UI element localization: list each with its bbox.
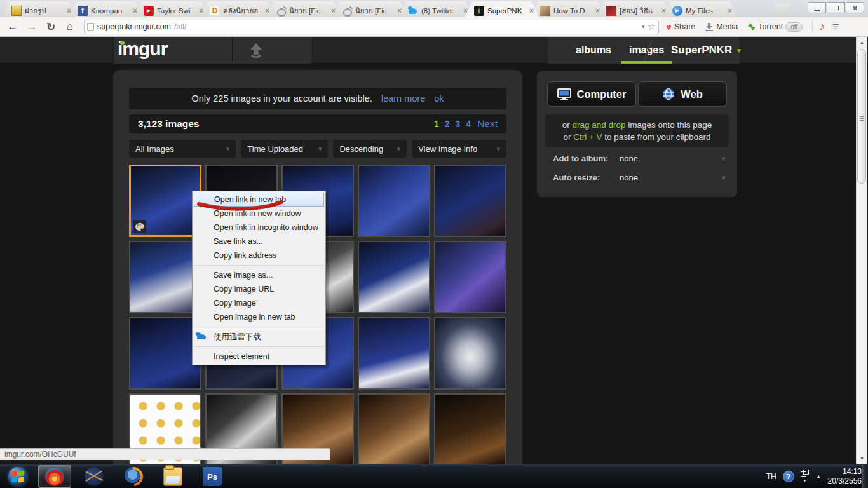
tab-close-icon[interactable]: × (726, 6, 733, 15)
browser-tab[interactable]: i SuperPNK × (465, 1, 539, 17)
tab-close-icon[interactable]: × (528, 6, 535, 15)
close-button[interactable]: × (846, 2, 864, 13)
next-page-link[interactable]: Next (477, 118, 498, 130)
image-thumbnail[interactable] (358, 393, 430, 464)
context-menu-item[interactable]: Open image in new tab (193, 310, 325, 324)
site-nav-item[interactable]: albums (576, 37, 611, 64)
tab-title: นิยาย [Fic (355, 5, 393, 17)
image-thumbnail[interactable] (358, 241, 430, 313)
context-menu-item[interactable]: Save image as... (193, 268, 325, 282)
context-menu-item[interactable]: Copy image URL (193, 282, 325, 296)
minimize-button[interactable] (808, 2, 826, 13)
chevron-down-icon[interactable]: ▾ (721, 173, 726, 182)
taskbar-app-button-start[interactable] (4, 465, 32, 488)
language-indicator[interactable]: TH (766, 472, 776, 481)
filter-dropdown[interactable]: Descending ▾ (333, 140, 407, 158)
upload-arrow-icon[interactable] (247, 42, 265, 58)
tab-favicon-icon (276, 6, 286, 16)
account-menu[interactable]: SuperPNKR ▾ (671, 37, 741, 64)
scroll-down-icon[interactable]: ▼ (857, 454, 867, 463)
image-thumbnail[interactable] (434, 241, 506, 313)
browser-tab[interactable]: ฝากรูป × (3, 1, 76, 17)
browser-tab[interactable]: ▶ Taylor Swi × (135, 1, 208, 17)
globe-icon (662, 88, 675, 100)
chevron-down-icon[interactable]: ▾ (721, 154, 726, 163)
filter-dropdown[interactable]: View Image Info ▾ (412, 140, 506, 158)
menu-item-icon (197, 222, 207, 233)
filter-dropdown[interactable]: All Images ▾ (129, 140, 236, 158)
show-desktop-button[interactable] (862, 464, 868, 488)
taskbar-app-button-network-globe[interactable] (78, 465, 111, 488)
context-menu-item[interactable]: Copy image (193, 296, 325, 310)
chrome-menu-icon[interactable]: ≡ (829, 20, 843, 34)
share-button[interactable]: ♥ Share (663, 22, 698, 32)
context-menu-item[interactable]: Open link in new tab (194, 193, 324, 207)
add-to-album-value[interactable]: none (620, 154, 638, 163)
address-bar[interactable]: superpnkr.imgur.com/all/ ▾ ☆ (84, 20, 659, 34)
torrent-button[interactable]: Torrent off (745, 22, 806, 32)
learn-more-link[interactable]: learn more (381, 93, 425, 104)
clock-date: 20/3/2556 (828, 477, 862, 486)
scroll-up-icon[interactable]: ▲ (857, 37, 867, 47)
scrollbar-thumb[interactable] (857, 49, 866, 184)
taskbar-app-button-firefox[interactable] (117, 465, 150, 488)
torrent-arrows-icon (748, 22, 756, 31)
reload-icon[interactable]: ↻ (43, 20, 58, 34)
context-menu-item[interactable]: Copy link address (193, 248, 325, 262)
upload-web-button[interactable]: Web (638, 81, 727, 107)
tray-app-icon[interactable]: ▼ (801, 471, 810, 482)
browser-tab[interactable]: How To D × (531, 1, 605, 17)
browser-tab[interactable]: นิยาย [Fic × (267, 1, 341, 17)
browser-tab[interactable]: D คลังนิยายอ × (201, 1, 275, 17)
filter-dropdown[interactable]: Time Uploaded ▾ (241, 140, 328, 158)
torrent-off-badge[interactable]: off (785, 22, 803, 32)
context-menu-items: Open link in new tab Open link in new wi… (193, 193, 325, 363)
context-menu-item[interactable]: Open link in new window (193, 207, 325, 220)
bookmark-star-icon[interactable]: ☆ (648, 21, 656, 32)
ok-link[interactable]: ok (434, 93, 444, 104)
menu-item-icon (197, 298, 207, 308)
imgur-logo[interactable]: imgur (118, 38, 167, 60)
browser-tab[interactable]: (8) Twitter × (399, 1, 473, 17)
new-tab-button[interactable] (771, 4, 790, 15)
help-tray-icon[interactable]: ? (783, 471, 794, 482)
media-button[interactable]: Media (702, 22, 741, 31)
page-scrollbar[interactable]: ▲ ▼ (856, 37, 867, 464)
upload-computer-button[interactable]: Computer (547, 81, 636, 107)
context-menu-item[interactable]: Open link in incognito window (193, 220, 325, 234)
image-thumbnail[interactable] (129, 241, 201, 313)
image-thumbnail[interactable] (434, 165, 506, 237)
page-number-link[interactable]: 2 (445, 119, 450, 129)
browser-tab[interactable]: นิยาย [Fic × (333, 1, 407, 17)
image-thumbnail[interactable] (358, 317, 430, 390)
image-thumbnail[interactable] (434, 317, 506, 390)
taskbar-app-button-explorer[interactable] (156, 465, 189, 488)
home-icon[interactable]: ⌂ (62, 20, 78, 33)
image-thumbnail[interactable] (434, 393, 506, 464)
taskbar-clock[interactable]: 14:13 20/3/2556 (828, 467, 862, 486)
bookmark-caret-icon[interactable]: ▾ (642, 24, 645, 30)
browser-tab[interactable]: f Knompan × (69, 1, 142, 17)
forward-icon[interactable]: → (24, 20, 39, 33)
browser-tab[interactable]: [สอน] วิธีแ × (597, 1, 671, 17)
restore-button[interactable] (827, 2, 845, 13)
image-count: 3,123 images (138, 118, 200, 130)
page-number-link[interactable]: 1 (434, 119, 439, 129)
image-thumbnail[interactable] (129, 317, 201, 390)
menu-item-icon (197, 284, 207, 294)
taskbar-app-button-photoshop[interactable]: Ps (196, 465, 229, 488)
windows-flag-icon (18, 477, 24, 482)
page-number-link[interactable]: 4 (466, 119, 471, 129)
auto-resize-value[interactable]: none (620, 173, 638, 182)
context-menu-item[interactable]: Inspect element (193, 349, 325, 363)
browser-tab[interactable]: My Files × (663, 1, 737, 17)
download-manager-icon[interactable]: ♪ (819, 20, 825, 33)
page-number-link[interactable]: 3 (456, 119, 461, 129)
back-icon[interactable]: ← (5, 20, 20, 33)
image-thumbnail[interactable] (129, 165, 201, 237)
image-thumbnail[interactable] (358, 165, 430, 237)
show-hidden-icons[interactable]: ▲ (816, 473, 822, 480)
context-menu-item[interactable]: Save link as... (193, 234, 325, 248)
context-menu-item[interactable]: 使用迅雷下载 (193, 330, 325, 344)
taskbar-app-button-torch-browser[interactable] (38, 465, 71, 488)
